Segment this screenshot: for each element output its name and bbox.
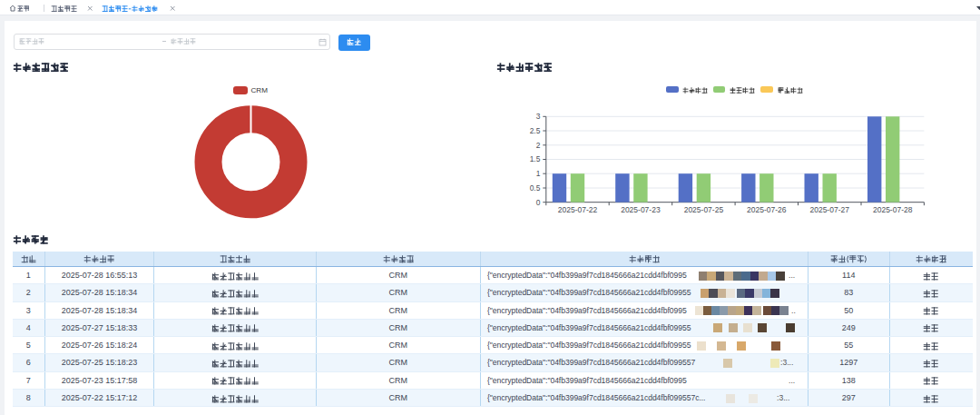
svg-text:2025-07-25: 2025-07-25	[684, 205, 724, 214]
svg-text:0: 0	[536, 198, 541, 207]
svg-text:1: 1	[536, 169, 541, 178]
svg-text:2025-07-22: 2025-07-22	[558, 205, 598, 214]
svg-text:2025-07-23: 2025-07-23	[621, 205, 661, 214]
svg-text:1.5: 1.5	[530, 154, 541, 163]
svg-text:0.5: 0.5	[530, 183, 541, 193]
svg-text:2025-07-26: 2025-07-26	[747, 205, 787, 214]
svg-text:2: 2	[536, 141, 541, 150]
svg-text:2025-07-28: 2025-07-28	[873, 205, 913, 214]
svg-text:2025-07-27: 2025-07-27	[809, 205, 849, 214]
svg-text:2.5: 2.5	[530, 126, 541, 135]
svg-text:3: 3	[536, 112, 541, 121]
